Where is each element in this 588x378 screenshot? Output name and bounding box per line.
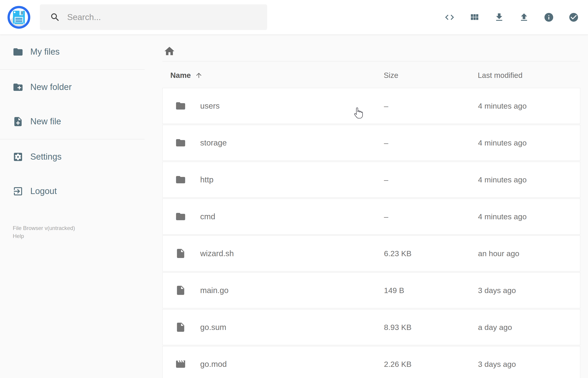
app-version-text: File Browser v(untracked): [13, 224, 75, 232]
sidebar-item-label: New file: [30, 117, 61, 126]
listing: Name Size Last modified users – 4 minute…: [162, 61, 580, 378]
floppy-disk-icon: [13, 11, 25, 24]
file-modified: 3 days ago: [478, 286, 580, 295]
new-file-icon: [13, 116, 24, 127]
home-icon: [163, 45, 175, 57]
sidebar-item-new-folder[interactable]: New folder: [0, 70, 145, 104]
table-row-cmd[interactable]: cmd – 4 minutes ago: [162, 199, 580, 235]
folder-icon: [175, 100, 186, 111]
sidebar-item-label: Settings: [30, 152, 62, 162]
file-modified: 4 minutes ago: [478, 138, 580, 147]
file-icon: [175, 285, 186, 296]
file-modified: 3 days ago: [478, 360, 580, 369]
file-icon: [175, 322, 186, 333]
file-modified: an hour ago: [478, 249, 580, 258]
file-modified: a day ago: [478, 323, 580, 332]
file-size: 6.23 KB: [384, 249, 478, 258]
sidebar-item-settings[interactable]: Settings: [0, 140, 145, 174]
sidebar-item-new-file[interactable]: New file: [0, 104, 145, 139]
download-button[interactable]: [494, 12, 504, 23]
file-modified: 4 minutes ago: [478, 102, 580, 110]
folder-icon: [175, 174, 186, 185]
breadcrumb: [145, 35, 588, 61]
sidebar: My files New folder New file Settings Lo…: [0, 35, 145, 378]
file-name: cmd: [200, 212, 215, 221]
file-listing-area: Name Size Last modified users – 4 minute…: [145, 35, 588, 378]
file-size: –: [384, 212, 478, 221]
folder-icon: [13, 46, 24, 57]
code-icon: [444, 12, 455, 23]
sidebar-item-my-files[interactable]: My files: [0, 35, 145, 69]
table-row-storage[interactable]: storage – 4 minutes ago: [162, 125, 580, 161]
column-header-size[interactable]: Size: [384, 71, 478, 80]
listing-column-headers: Name Size Last modified: [162, 61, 580, 88]
download-icon: [494, 12, 504, 23]
table-row-go.mod[interactable]: go.mod 2.26 KB 3 days ago: [162, 346, 580, 378]
search-input[interactable]: Search...: [40, 4, 267, 30]
file-name: storage: [200, 138, 227, 147]
file-modified: 4 minutes ago: [478, 175, 580, 184]
file-name: go.sum: [200, 323, 226, 332]
table-row-users[interactable]: users – 4 minutes ago: [162, 88, 580, 124]
file-name: users: [200, 101, 220, 110]
file-size: 149 B: [384, 286, 478, 295]
sort-ascending-icon: [195, 71, 203, 79]
file-browser-logo[interactable]: [8, 6, 30, 29]
switch-view-button[interactable]: [469, 12, 480, 23]
file-name: http: [200, 175, 214, 184]
top-bar: Search...: [0, 0, 588, 35]
column-header-modified[interactable]: Last modified: [478, 71, 580, 80]
table-row-http[interactable]: http – 4 minutes ago: [162, 162, 580, 198]
raw-view-button[interactable]: [444, 12, 455, 23]
folder-icon: [175, 211, 186, 222]
upload-icon: [519, 12, 529, 23]
file-modified: 4 minutes ago: [478, 212, 580, 221]
file-name: go.mod: [200, 360, 227, 369]
file-name: main.go: [200, 286, 229, 295]
header-actions: [444, 12, 579, 23]
file-size: 2.26 KB: [384, 360, 478, 369]
sidebar-divider: [0, 139, 145, 139]
upload-button[interactable]: [519, 12, 529, 23]
folder-icon: [175, 137, 186, 148]
check-circle-icon: [568, 12, 579, 23]
column-header-name[interactable]: Name: [162, 71, 384, 80]
grid-view-icon: [469, 12, 480, 23]
sidebar-item-label: My files: [30, 47, 60, 57]
file-size: –: [384, 138, 478, 147]
movie-icon: [175, 359, 186, 370]
logout-icon: [13, 186, 24, 197]
table-row-go.sum[interactable]: go.sum 8.93 KB a day ago: [162, 309, 580, 345]
table-row-main.go[interactable]: main.go 149 B 3 days ago: [162, 272, 580, 308]
sidebar-credits: File Browser v(untracked) Help: [13, 224, 75, 240]
new-folder-icon: [13, 82, 24, 93]
home-button[interactable]: [162, 44, 176, 58]
sidebar-item-logout[interactable]: Logout: [0, 174, 145, 208]
listing-rows: users – 4 minutes ago storage – 4 minute…: [162, 88, 580, 378]
file-name: wizard.sh: [200, 249, 234, 258]
file-size: 8.93 KB: [384, 323, 478, 332]
settings-icon: [13, 151, 24, 162]
sidebar-divider: [0, 69, 145, 70]
file-size: –: [384, 102, 478, 110]
table-row-wizard.sh[interactable]: wizard.sh 6.23 KB an hour ago: [162, 235, 580, 271]
select-multiple-button[interactable]: [568, 12, 579, 23]
search-icon: [50, 12, 60, 23]
info-icon: [544, 12, 554, 23]
file-icon: [175, 248, 186, 259]
file-size: –: [384, 175, 478, 184]
sidebar-item-label: New folder: [30, 82, 72, 92]
help-link[interactable]: Help: [13, 232, 24, 240]
sidebar-item-label: Logout: [30, 186, 57, 196]
search-placeholder: Search...: [67, 13, 101, 22]
info-button[interactable]: [544, 12, 554, 23]
